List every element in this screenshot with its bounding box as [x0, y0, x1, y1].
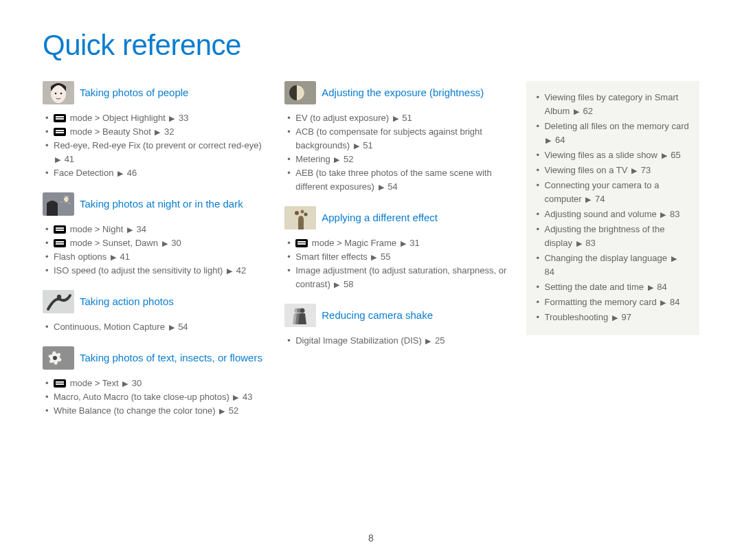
list-item[interactable]: Red-eye, Red-eye Fix (to prevent or corr…: [44, 139, 265, 166]
sidebar-item[interactable]: Viewing files on a TV ▶ 73: [536, 164, 690, 177]
sidebar-item[interactable]: Troubleshooting ▶ 97: [536, 311, 690, 324]
sidebar-item[interactable]: Viewing files by category in Smart Album…: [536, 91, 690, 118]
scene-mode-icon: [54, 379, 66, 388]
list-item[interactable]: mode > Object Highlight ▶ 33: [44, 111, 265, 125]
arrow-icon: ▶: [399, 239, 407, 247]
section-action: Taking action photos Continuous, Motion …: [43, 290, 265, 334]
arrow-icon: ▶: [584, 195, 592, 203]
list-item[interactable]: EV (to adjust exposure) ▶ 51: [286, 111, 507, 125]
item-text: Macro, Auto Macro (to take close-up phot…: [54, 392, 229, 402]
item-text: Viewing files by category in Smart Album: [544, 92, 678, 116]
item-text: Viewing files on a TV: [544, 165, 627, 175]
sidebar-item[interactable]: Adjusting sound and volume ▶ 83: [536, 208, 690, 221]
svg-point-10: [57, 295, 61, 299]
arrow-icon: ▶: [225, 267, 234, 275]
arrow-icon: ▶: [109, 253, 117, 261]
section-head: Taking action photos: [43, 290, 265, 313]
list-item[interactable]: mode > Beauty Shot ▶ 32: [44, 125, 265, 139]
item-list: EV (to adjust exposure) ▶ 51ACB (to comp…: [286, 111, 507, 194]
sidebar-item[interactable]: Adjusting the brightness of the display …: [536, 223, 690, 250]
item-text: White Balance (to change the color tone): [54, 405, 216, 416]
columns: Taking photos of people mode > Object Hi…: [43, 81, 699, 430]
page-ref: 33: [179, 113, 188, 123]
arrow-icon: ▶: [392, 114, 400, 122]
list-item[interactable]: ISO speed (to adjust the sensitivity to …: [44, 264, 265, 278]
arrow-icon: ▶: [660, 151, 668, 159]
item-text: Adjusting the brightness of the display: [544, 224, 664, 248]
thumb-night-icon: [43, 192, 74, 216]
section-title[interactable]: Taking photos at night or in the dark: [80, 198, 243, 210]
item-text: Adjusting sound and volume: [544, 209, 656, 219]
sidebar-item[interactable]: Formatting the memory card ▶ 84: [536, 295, 690, 309]
section-title[interactable]: Applying a different effect: [322, 212, 438, 224]
list-item[interactable]: ACB (to compensate for subjects against …: [286, 125, 507, 153]
list-item[interactable]: Macro, Auto Macro (to take close-up phot…: [44, 390, 265, 404]
section-effect: Applying a different effect mode > Magic…: [284, 206, 507, 291]
arrow-icon: ▶: [161, 239, 169, 247]
item-list: mode > Text ▶ 30Macro, Auto Macro (to ta…: [44, 377, 265, 418]
list-item[interactable]: Continuous, Motion Capture ▶ 54: [44, 320, 265, 334]
arrow-icon: ▶: [424, 337, 432, 345]
section-title[interactable]: Adjusting the exposure (brightness): [322, 87, 484, 99]
page-ref: 73: [641, 165, 651, 175]
section-macro: Taking photos of text, insects, or flowe…: [43, 346, 265, 418]
page-ref: 55: [381, 251, 390, 262]
page-ref: 84: [670, 297, 679, 307]
list-item[interactable]: mode > Text ▶ 30: [44, 377, 265, 390]
thumb-action-icon: [43, 290, 74, 313]
arrow-icon: ▶: [630, 166, 638, 175]
list-item[interactable]: Digital Image Stabilization (DIS) ▶ 25: [286, 334, 507, 348]
page-ref: 31: [409, 238, 419, 248]
arrow-icon: ▶: [168, 323, 176, 331]
arrow-icon: ▶: [659, 210, 667, 219]
list-item[interactable]: mode > Sunset, Dawn ▶ 30: [44, 236, 265, 250]
sidebar-box: Viewing files by category in Smart Album…: [526, 81, 699, 335]
list-item[interactable]: White Balance (to change the color tone)…: [44, 404, 265, 418]
section-title[interactable]: Taking photos of people: [80, 87, 188, 99]
page-ref: 54: [178, 322, 188, 332]
page-ref: 52: [229, 405, 238, 416]
sidebar-item[interactable]: Connecting your camera to a computer ▶ 7…: [536, 179, 690, 206]
arrow-icon: ▶: [153, 128, 161, 136]
section-head: Taking photos of text, insects, or flowe…: [43, 346, 265, 370]
arrow-icon: ▶: [611, 313, 619, 322]
sidebar-item[interactable]: Setting the date and time ▶ 84: [536, 280, 690, 294]
list-item[interactable]: mode > Magic Frame ▶ 31: [286, 236, 507, 250]
page-ref: 30: [132, 378, 142, 388]
item-list: mode > Night ▶ 34 mode > Sunset, Dawn ▶ …: [44, 223, 265, 278]
thumb-blur-icon: [284, 304, 316, 327]
page-ref: 30: [171, 238, 181, 248]
mode-label: mode >: [312, 238, 342, 248]
list-item[interactable]: AEB (to take three photos of the same sc…: [286, 166, 507, 194]
item-text: Formatting the memory card: [544, 297, 656, 307]
mode-label: mode >: [70, 113, 100, 123]
section-title[interactable]: Taking photos of text, insects, or flowe…: [80, 352, 262, 364]
scene-mode-icon: [295, 239, 308, 247]
page-ref: 41: [120, 251, 130, 262]
scene-mode-icon: [54, 114, 66, 122]
page-ref: 51: [363, 140, 372, 150]
section-title[interactable]: Taking action photos: [80, 295, 174, 308]
list-item[interactable]: Metering ▶ 52: [286, 153, 507, 166]
sidebar-item[interactable]: Changing the display language ▶ 84: [536, 251, 690, 279]
section-title[interactable]: Reducing camera shake: [322, 309, 433, 322]
list-item[interactable]: Flash options ▶ 41: [44, 250, 265, 264]
list-item[interactable]: Smart filter effects ▶ 55: [286, 250, 507, 264]
arrow-icon: ▶: [218, 407, 226, 415]
svg-point-19: [295, 211, 299, 215]
section-head: Adjusting the exposure (brightness): [284, 81, 507, 104]
svg-point-15: [53, 356, 57, 360]
svg-point-25: [300, 309, 305, 313]
sidebar-item[interactable]: Deleting all files on the memory card ▶ …: [536, 120, 690, 147]
list-item[interactable]: Face Detection ▶ 46: [44, 166, 265, 180]
sidebar-item[interactable]: Viewing files as a slide show ▶ 65: [536, 148, 690, 162]
page-ref: 74: [595, 194, 605, 204]
svg-point-3: [60, 93, 63, 95]
item-list: Continuous, Motion Capture ▶ 54: [44, 320, 265, 334]
page-ref: 25: [435, 335, 445, 346]
list-item[interactable]: mode > Night ▶ 34: [44, 223, 265, 236]
item-text: ACB (to compensate for subjects against …: [295, 126, 482, 150]
svg-point-20: [301, 210, 304, 214]
list-item[interactable]: Image adjustment (to adjust saturation, …: [286, 264, 507, 291]
thumb-vase-icon: [284, 206, 316, 229]
